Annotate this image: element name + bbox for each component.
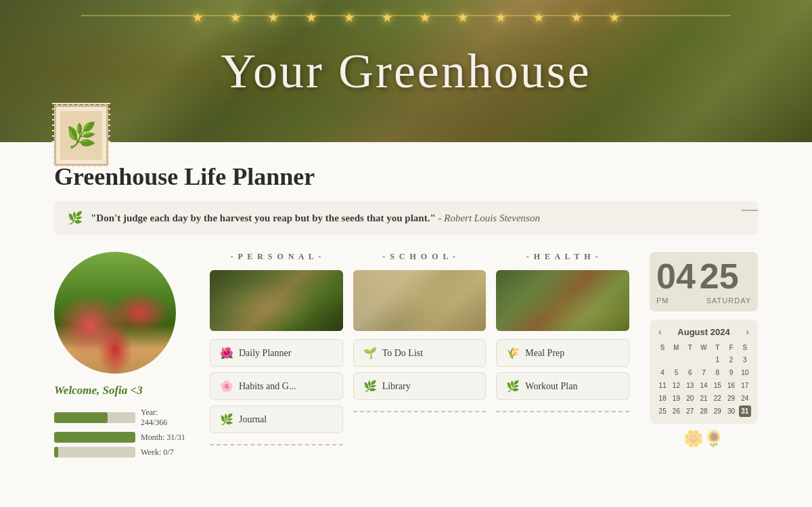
cal-day-5[interactable]: 5 bbox=[670, 367, 682, 378]
collapse-icon[interactable]: — bbox=[742, 200, 758, 218]
journal-button[interactable]: 🌿 Journal bbox=[210, 405, 343, 433]
body-grid: Welcome, Sofia <3 Year: 244/366 Month: bbox=[54, 252, 758, 458]
date-numbers: 04 25 bbox=[656, 259, 751, 294]
date-day: 25 bbox=[700, 259, 739, 294]
hero-title: Your Greenhouse bbox=[221, 43, 591, 100]
todo-icon: 🌱 bbox=[363, 347, 377, 359]
cal-day-empty-1 bbox=[656, 354, 669, 366]
school-header: - S C H O O L - bbox=[353, 252, 487, 262]
calendar-prev[interactable]: ‹ bbox=[656, 326, 664, 337]
personal-image bbox=[210, 270, 343, 331]
year-value: 244/366 bbox=[141, 418, 167, 427]
cal-day-7[interactable]: 7 bbox=[698, 367, 710, 378]
quote-box: 🌿 "Don't judge each day by the harvest y… bbox=[54, 201, 758, 235]
cal-day-11[interactable]: 11 bbox=[656, 380, 669, 391]
school-divider bbox=[353, 411, 487, 412]
cal-day-20[interactable]: 20 bbox=[684, 393, 696, 404]
cal-header-m: M bbox=[670, 343, 682, 353]
school-image bbox=[353, 270, 487, 331]
year-progress-bar-container bbox=[54, 412, 135, 423]
star-5: ★ bbox=[344, 10, 355, 25]
star-4: ★ bbox=[306, 10, 317, 25]
cal-day-29b[interactable]: 29 bbox=[711, 405, 723, 417]
cal-day-29a[interactable]: 29 bbox=[725, 393, 737, 404]
year-label: Year: bbox=[141, 407, 158, 417]
star-3: ★ bbox=[268, 10, 279, 25]
cal-day-2[interactable]: 2 bbox=[725, 354, 737, 366]
star-6: ★ bbox=[382, 10, 392, 25]
date-hour: 04 bbox=[656, 259, 696, 294]
library-button[interactable]: 🌿 Library bbox=[353, 372, 487, 400]
star-7: ★ bbox=[420, 10, 430, 25]
health-column: - H E A L T H - 🌾 Meal Prep 🌿 Workout Pl… bbox=[496, 252, 629, 445]
daily-planner-button[interactable]: 🌺 Daily Planner bbox=[210, 339, 343, 367]
star-2: ★ bbox=[230, 10, 241, 25]
habits-button[interactable]: 🌸 Habits and G... bbox=[210, 372, 343, 400]
cal-day-25[interactable]: 25 bbox=[656, 405, 669, 417]
calendar-grid: S M T W T F S 1 2 3 4 5 bbox=[656, 343, 751, 417]
cal-day-13[interactable]: 13 bbox=[684, 380, 696, 391]
health-divider bbox=[496, 411, 629, 412]
mini-calendar: ‹ August 2024 › S M T W T F S bbox=[650, 319, 758, 424]
todo-button[interactable]: 🌱 To Do List bbox=[353, 339, 487, 367]
avatar bbox=[54, 252, 176, 374]
month-progress-label: Month: 31/31 bbox=[141, 433, 185, 443]
left-panel: Welcome, Sofia <3 Year: 244/366 Month: bbox=[54, 252, 189, 458]
cal-day-26[interactable]: 26 bbox=[670, 405, 682, 417]
cal-day-15[interactable]: 15 bbox=[711, 380, 723, 391]
year-progress-bar bbox=[54, 412, 108, 423]
daily-planner-label: Daily Planner bbox=[239, 348, 291, 359]
cal-day-10[interactable]: 10 bbox=[739, 367, 751, 378]
cal-day-6[interactable]: 6 bbox=[684, 367, 696, 378]
hero-banner: ★ ★ ★ ★ ★ ★ ★ ★ ★ ★ ★ ★ Your Greenhouse bbox=[0, 0, 812, 142]
cal-day-31-today[interactable]: 31 bbox=[739, 405, 751, 417]
year-progress-label: Year: 244/366 bbox=[141, 407, 167, 428]
cal-day-27[interactable]: 27 bbox=[684, 405, 696, 417]
calendar-header: ‹ August 2024 › bbox=[656, 326, 751, 337]
workout-label: Workout Plan bbox=[525, 381, 577, 392]
calendar-month: August 2024 bbox=[677, 327, 729, 337]
date-period: PM bbox=[656, 296, 669, 305]
cal-day-empty-3 bbox=[684, 354, 696, 366]
quote-body: "Don't judge each day by the harvest you… bbox=[91, 213, 436, 223]
quote-text: "Don't judge each day by the harvest you… bbox=[91, 213, 540, 224]
cal-day-30[interactable]: 30 bbox=[725, 405, 737, 417]
cal-day-16[interactable]: 16 bbox=[725, 380, 737, 391]
personal-divider bbox=[210, 444, 343, 445]
week-progress-row: Week: 0/7 bbox=[54, 447, 189, 458]
cal-day-28[interactable]: 28 bbox=[698, 405, 710, 417]
stamp-decoration: 🌿 bbox=[54, 105, 108, 166]
cal-day-24[interactable]: 24 bbox=[739, 393, 751, 404]
todo-label: To Do List bbox=[382, 348, 423, 359]
habits-icon: 🌸 bbox=[220, 380, 233, 393]
cal-day-4[interactable]: 4 bbox=[656, 367, 669, 378]
star-1: ★ bbox=[192, 10, 203, 25]
cal-day-14[interactable]: 14 bbox=[698, 380, 710, 391]
calendar-next[interactable]: › bbox=[744, 326, 751, 337]
meal-prep-button[interactable]: 🌾 Meal Prep bbox=[496, 339, 629, 367]
cal-day-8[interactable]: 8 bbox=[711, 367, 723, 378]
cal-header-t1: T bbox=[684, 343, 696, 353]
cal-day-9[interactable]: 9 bbox=[725, 367, 737, 378]
month-progress-row: Month: 31/31 bbox=[54, 432, 189, 443]
workout-button[interactable]: 🌿 Workout Plan bbox=[496, 372, 629, 400]
star-10: ★ bbox=[533, 10, 544, 25]
bottom-flowers: 🌼🌻 bbox=[650, 429, 758, 448]
progress-section: Year: 244/366 Month: 31/31 Week: 0/7 bbox=[54, 407, 189, 458]
school-column: - S C H O O L - 🌱 To Do List 🌿 Library bbox=[353, 252, 487, 445]
star-11: ★ bbox=[571, 10, 582, 25]
month-progress-bar bbox=[54, 432, 135, 443]
cal-day-12[interactable]: 12 bbox=[670, 380, 682, 391]
health-image bbox=[496, 270, 629, 331]
stars-decoration: ★ ★ ★ ★ ★ ★ ★ ★ ★ ★ ★ ★ bbox=[0, 10, 812, 25]
cal-day-18[interactable]: 18 bbox=[656, 393, 669, 404]
cal-day-22[interactable]: 22 bbox=[711, 393, 723, 404]
cal-day-19[interactable]: 19 bbox=[670, 393, 682, 404]
cal-day-17[interactable]: 17 bbox=[739, 380, 751, 391]
cal-day-3[interactable]: 3 bbox=[739, 354, 751, 366]
cal-day-21[interactable]: 21 bbox=[698, 393, 710, 404]
quote-author: - Robert Louis Stevenson bbox=[438, 213, 540, 223]
cal-header-f: F bbox=[725, 343, 737, 353]
personal-column: - P E R S O N A L - 🌺 Daily Planner 🌸 Ha… bbox=[210, 252, 343, 445]
cal-day-1[interactable]: 1 bbox=[711, 354, 723, 366]
